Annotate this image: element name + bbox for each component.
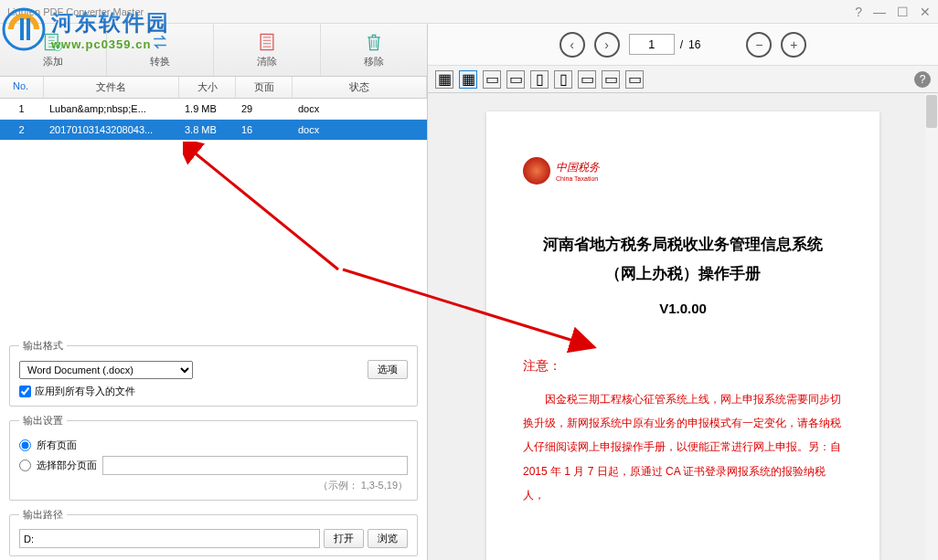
preview-scrollbar[interactable] [925, 93, 938, 560]
zoom-in-button[interactable]: + [781, 32, 806, 58]
col-size[interactable]: 大小 [179, 77, 236, 98]
output-path-group: 输出路径 打开 浏览 [9, 508, 418, 556]
view-mode-5-icon[interactable]: ▯ [530, 70, 549, 89]
trash-icon [361, 31, 387, 53]
maximize-icon[interactable]: ☐ [897, 5, 909, 19]
all-pages-radio[interactable]: 所有页面 [19, 438, 408, 452]
add-file-icon [40, 31, 66, 53]
range-hint: （示例： 1,3-5,19） [19, 479, 408, 492]
browse-button[interactable]: 浏览 [368, 529, 408, 548]
add-label: 添加 [43, 55, 63, 69]
view-toolbar: ▦ ▦ ▭ ▭ ▯ ▯ ▭ ▭ ▭ ? [428, 66, 938, 93]
clear-label: 清除 [257, 55, 277, 69]
close-icon[interactable]: ✕ [920, 5, 931, 19]
output-setting-group: 输出设置 所有页面 选择部分页面 （示例： 1,3-5,19） [9, 414, 418, 501]
view-mode-9-icon[interactable]: ▭ [625, 70, 644, 89]
pager: ‹ › / 16 − + [428, 24, 938, 66]
doc-title-1: 河南省地方税务局税收业务管理信息系统 [523, 230, 843, 259]
next-page-button[interactable]: › [594, 32, 620, 58]
document-preview[interactable]: 中国税务 China Taxation 河南省地方税务局税收业务管理信息系统 （… [428, 93, 938, 560]
table-header: No. 文件名 大小 页面 状态 [0, 77, 427, 99]
table-row[interactable]: 1 Luban&amp;nbsp;E... 1.9 MB 29 docx [0, 99, 427, 120]
options-button[interactable]: 选项 [368, 360, 408, 379]
view-mode-6-icon[interactable]: ▯ [554, 70, 572, 89]
left-panel: 添加 转换 清除 移除 No. 文件名 大小 页面 状态 [0, 24, 428, 560]
preview-help-icon[interactable]: ? [914, 71, 931, 88]
apply-all-checkbox[interactable]: 应用到所有导入的文件 [19, 385, 408, 398]
remove-label: 移除 [364, 55, 384, 69]
convert-button[interactable]: 转换 [107, 24, 214, 76]
svg-rect-5 [261, 34, 273, 49]
view-mode-1-icon[interactable]: ▦ [435, 70, 453, 89]
open-button[interactable]: 打开 [324, 529, 364, 548]
logo-text: 中国税务 [556, 160, 600, 175]
view-mode-4-icon[interactable]: ▭ [506, 70, 525, 89]
tax-logo-icon [523, 157, 550, 185]
output-setting-legend: 输出设置 [19, 414, 67, 428]
scrollbar-thumb[interactable] [926, 95, 937, 128]
convert-label: 转换 [150, 55, 170, 69]
notice-label: 注意： [523, 358, 843, 375]
output-format-group: 输出格式 Word Document (.docx) 选项 应用到所有导入的文件 [9, 339, 418, 407]
logo-subtext: China Taxation [556, 175, 600, 182]
add-button[interactable]: 添加 [0, 24, 107, 76]
view-mode-2-icon[interactable]: ▦ [459, 70, 477, 89]
page-range-input[interactable] [102, 456, 408, 475]
col-no[interactable]: No. [0, 77, 44, 98]
path-input[interactable] [19, 529, 320, 548]
remove-button[interactable]: 移除 [321, 24, 427, 76]
minimize-icon[interactable]: — [873, 5, 886, 19]
window-title: Lighten PDF Converter Master [7, 6, 855, 17]
main-toolbar: 添加 转换 清除 移除 [0, 24, 427, 77]
output-format-legend: 输出格式 [19, 339, 67, 353]
prev-page-button[interactable]: ‹ [560, 32, 585, 58]
help-icon[interactable]: ? [855, 5, 862, 19]
preview-page: 中国税务 China Taxation 河南省地方税务局税收业务管理信息系统 （… [486, 111, 879, 560]
output-path-legend: 输出路径 [19, 508, 67, 522]
doc-version: V1.0.00 [523, 301, 843, 316]
file-list: 1 Luban&amp;nbsp;E... 1.9 MB 29 docx 2 2… [0, 99, 427, 332]
format-select[interactable]: Word Document (.docx) [19, 361, 193, 379]
col-name[interactable]: 文件名 [44, 77, 179, 98]
titlebar: Lighten PDF Converter Master ? — ☐ ✕ [0, 0, 938, 24]
view-mode-8-icon[interactable]: ▭ [602, 70, 620, 89]
col-pages[interactable]: 页面 [236, 77, 293, 98]
zoom-out-button[interactable]: − [746, 32, 772, 58]
preview-panel: ‹ › / 16 − + ▦ ▦ ▭ ▭ ▯ ▯ ▭ ▭ ▭ ? [428, 24, 938, 560]
notice-body: 因金税三期工程核心征管系统上线，网上申报系统需要同步切换升级，新网报系统中原有业… [523, 387, 843, 508]
view-mode-7-icon[interactable]: ▭ [578, 70, 596, 89]
col-status[interactable]: 状态 [293, 77, 427, 98]
clear-button[interactable]: 清除 [214, 24, 321, 76]
table-row[interactable]: 2 20170103143208043... 3.8 MB 16 docx [0, 120, 427, 141]
clear-icon [254, 31, 280, 53]
view-mode-3-icon[interactable]: ▭ [483, 70, 501, 89]
select-pages-radio[interactable]: 选择部分页面 [19, 456, 408, 475]
doc-title-2: （网上办税）操作手册 [523, 259, 843, 289]
convert-icon [147, 31, 173, 53]
total-pages: 16 [688, 38, 700, 51]
page-input[interactable] [629, 34, 675, 55]
